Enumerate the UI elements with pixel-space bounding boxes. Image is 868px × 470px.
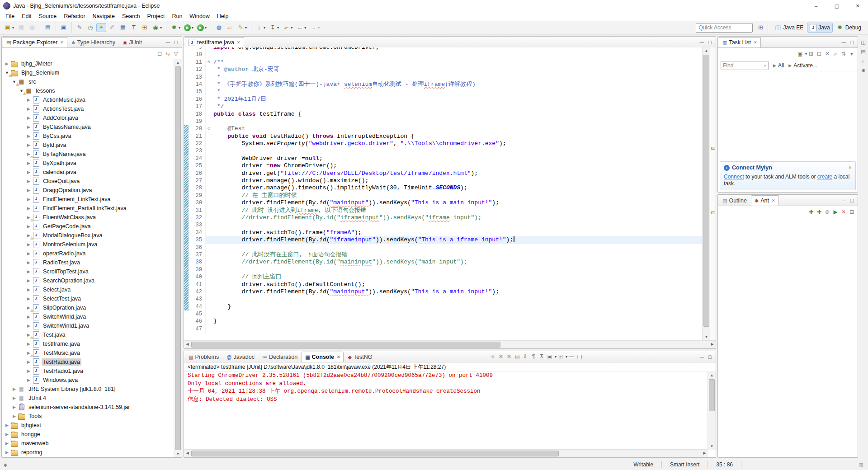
scroll-up-icon[interactable]: ▲ (708, 372, 716, 379)
quick-access-input[interactable]: Quick Access (696, 23, 753, 33)
overview-ruler[interactable] (710, 47, 716, 340)
tree-item-switchwinid-java[interactable]: ▶JSwitchWinId.java (2, 312, 174, 321)
collapse-icon[interactable]: ⊟ (815, 50, 823, 57)
forward-icon[interactable]: →▾ (308, 23, 321, 32)
maximize-view-icon[interactable]: ▢ (848, 198, 856, 203)
tree-item-findelement-linktext-java[interactable]: ▶JFindElement_LinkText.java (2, 195, 174, 204)
mylyn-link-create[interactable]: create (817, 174, 832, 180)
view-shortcut-1-icon[interactable]: ▤ (861, 49, 865, 55)
tree-item-switchwinid1-java[interactable]: ▶JSwitchWinId1.java (2, 321, 174, 330)
close-icon[interactable]: ✕ (237, 40, 241, 45)
menu-source[interactable]: Source (35, 12, 61, 20)
console-view-icon[interactable]: ▣ (59, 23, 69, 32)
open-console-icon[interactable]: ⊞ (557, 353, 565, 360)
tree-item-selecttest-java[interactable]: ▶JSelectTest.java (2, 294, 174, 303)
code-line-39[interactable]: 39 (184, 266, 703, 273)
code-line-27[interactable]: 27 driver.manage().window().maximize(); (184, 177, 703, 184)
minimize-view-icon[interactable]: — (840, 198, 848, 203)
tab-ant[interactable]: ✱Ant✕ (751, 195, 779, 206)
tree-item-bjhgtest[interactable]: ▶bjhgtest (2, 421, 174, 430)
expand-arrow-icon[interactable]: ▶ (25, 98, 32, 102)
expand-arrow-icon[interactable]: ▶ (25, 315, 32, 319)
code-line-13[interactable]: 13 * (184, 74, 703, 81)
console-output[interactable]: Starting ChromeDriver 2.35.528161 (5b82f… (184, 372, 708, 450)
tab-type-hierarchy[interactable]: ⋔Type Hierarchy (68, 37, 119, 47)
tree-item-slipopration-java[interactable]: ▶J⚠SlipOpration.java (2, 303, 174, 312)
scope-all-label[interactable]: All (778, 62, 784, 69)
open-type-icon[interactable]: ▦ (118, 23, 128, 32)
code-line-20[interactable]: 20⊖ @Test (184, 125, 703, 132)
task-repositories-icon[interactable]: ◍ (214, 23, 224, 32)
scrollbar-thumb[interactable] (703, 55, 709, 327)
remove-all-launches-icon[interactable]: ✕ (505, 353, 513, 360)
back-icon[interactable]: ←▾ (295, 23, 307, 32)
code-line-17[interactable]: 17 */ (184, 103, 703, 110)
dropdown-arrow-icon[interactable]: ▾ (179, 26, 180, 30)
restore-view-icon[interactable]: ◫ (861, 39, 865, 45)
code-line-37[interactable]: 37 // 此时没有在主窗口, 下面语句会报错 (184, 251, 703, 258)
dropdown-arrow-icon[interactable]: ▾ (205, 26, 207, 30)
menu-help[interactable]: Help (213, 12, 232, 20)
scrollbar-thumb[interactable] (709, 379, 715, 411)
code-line-12[interactable]: 12 * @author 北京-宏哥 (184, 66, 703, 73)
expand-arrow-icon[interactable]: ▶ (25, 170, 32, 174)
previous-annotation-icon[interactable]: ↧▾ (268, 23, 280, 32)
scrollbar-thumb[interactable] (175, 66, 181, 450)
tree-item-selenium-server-standalone-3-141-59-jar[interactable]: ▶selenium-server-standalone-3.141.59.jar (2, 403, 174, 412)
search-icon[interactable]: ⌕ (831, 50, 840, 57)
code-line-22[interactable]: 22 System.setProperty("webdriver.gecko.d… (184, 140, 703, 147)
tree-item-testiframe-java[interactable]: ▶JtestIframe.java (2, 339, 174, 348)
tree-item-lessons[interactable]: ▼▦⚠lessons (2, 86, 174, 95)
tree-item-fluentwaitclass-java[interactable]: ▶J⚠FluentWaitClass.java (2, 213, 174, 222)
dropdown-arrow-icon[interactable]: ▾ (318, 26, 320, 30)
tree-item-addcolor-java[interactable]: ▶JAddColor.java (2, 113, 174, 122)
expand-arrow-icon[interactable]: ▶ (25, 251, 32, 256)
tree-item-src[interactable]: ▼▦⚠src (2, 77, 174, 86)
dropdown-arrow-icon[interactable]: ▾ (160, 26, 162, 30)
tree-item-byid-java[interactable]: ▶JById.java (2, 141, 174, 150)
code-line-18[interactable]: 18public class testIframe { (184, 111, 703, 118)
task-folder-icon[interactable]: ▱ (225, 23, 235, 32)
tree-item-bycss-java[interactable]: ▶JByCss.java (2, 132, 174, 141)
highlight-icon[interactable]: ✐ (107, 23, 117, 32)
minimize-view-icon[interactable]: — (164, 40, 172, 45)
scroll-down-icon[interactable]: ▼ (708, 443, 716, 450)
scroll-right-icon[interactable]: ▶ (709, 341, 716, 348)
expand-arrow-icon[interactable]: ▶ (4, 450, 10, 455)
menu-edit[interactable]: Edit (18, 12, 35, 20)
code-line-41[interactable]: 41 driver.switchTo().defaultContent(); (184, 281, 703, 288)
expand-arrow-icon[interactable]: ▶ (25, 278, 32, 283)
editor-vertical-scrollbar[interactable]: ▲ ▼ (702, 47, 710, 340)
remove-all-icon[interactable]: ⊟ (848, 208, 856, 216)
expand-arrow-icon[interactable]: ▶ (25, 224, 32, 229)
expand-arrow-icon[interactable]: ▶ (25, 143, 32, 147)
new-class-icon[interactable]: ◉▾ (151, 23, 163, 32)
next-annotation-icon[interactable]: ↓▾ (254, 23, 267, 32)
expand-arrow-icon[interactable]: ▶ (25, 107, 32, 111)
debug-icon[interactable]: ✹▾ (169, 23, 182, 32)
fold-marker-icon[interactable]: ⊖ (205, 59, 212, 66)
expand-arrow-icon[interactable]: ▶ (4, 61, 10, 66)
chevron-right-icon[interactable]: ▶ (773, 63, 776, 68)
remove-launch-icon[interactable]: ✕ (497, 353, 505, 360)
code-line-44[interactable]: 44 } (184, 303, 703, 310)
scroll-lock-icon[interactable]: ⇩ (521, 353, 529, 360)
scroll-left-icon[interactable]: ◀ (184, 341, 191, 348)
code-line-23[interactable]: 23 (184, 147, 703, 155)
dropdown-arrow-icon[interactable]: ▾ (277, 26, 279, 30)
expand-arrow-icon[interactable]: ▶ (11, 396, 18, 400)
tab-console[interactable]: ▣Console✕ (302, 352, 344, 362)
close-icon[interactable]: ✕ (848, 165, 852, 170)
scroll-right-icon[interactable]: ▶ (701, 450, 708, 457)
sync-icon[interactable]: ⇅ (840, 50, 848, 57)
expand-arrow-icon[interactable]: ▶ (25, 161, 32, 165)
code-line-21[interactable]: 21 public void testRadio() throws Interr… (184, 133, 703, 140)
perspective-debug[interactable]: ✹Debug (834, 23, 864, 33)
expand-arrow-icon[interactable]: ▶ (25, 324, 32, 328)
code-line-42[interactable]: 42 driver.findElement(By.id("maininput")… (184, 288, 703, 296)
tree-item-windows-java[interactable]: ▶JWindows.java (2, 376, 174, 385)
code-line-46[interactable]: 46} (184, 318, 703, 325)
scroll-up-icon[interactable]: ▲ (174, 59, 182, 66)
expand-arrow-icon[interactable]: ▶ (25, 242, 32, 247)
tree-item-searchopration-java[interactable]: ▶JSearchOpration.java (2, 276, 174, 285)
